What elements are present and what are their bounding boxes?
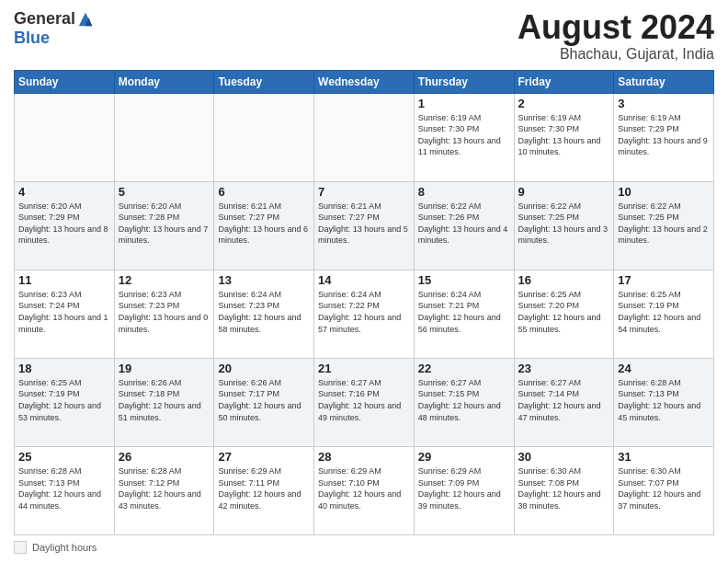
day-info: Sunrise: 6:26 AM Sunset: 7:18 PM Dayligh… (119, 377, 210, 423)
header: General Blue August 2024 Bhachau, Gujara… (14, 9, 714, 63)
table-row: 10Sunrise: 6:22 AM Sunset: 7:25 PM Dayli… (614, 181, 714, 270)
day-info: Sunrise: 6:23 AM Sunset: 7:24 PM Dayligh… (18, 289, 110, 335)
day-number: 12 (119, 273, 210, 287)
table-row: 20Sunrise: 6:26 AM Sunset: 7:17 PM Dayli… (214, 358, 314, 446)
col-monday: Monday (114, 70, 214, 93)
day-number: 16 (518, 273, 610, 287)
table-row: 17Sunrise: 6:25 AM Sunset: 7:19 PM Dayli… (614, 270, 714, 358)
table-row (15, 93, 115, 181)
day-info: Sunrise: 6:30 AM Sunset: 7:07 PM Dayligh… (618, 465, 710, 511)
day-number: 8 (418, 185, 510, 199)
day-info: Sunrise: 6:24 AM Sunset: 7:23 PM Dayligh… (218, 289, 310, 335)
table-row: 12Sunrise: 6:23 AM Sunset: 7:23 PM Dayli… (114, 270, 214, 358)
table-row: 29Sunrise: 6:29 AM Sunset: 7:09 PM Dayli… (414, 446, 514, 534)
daylight-legend-box (14, 541, 27, 554)
day-number: 10 (618, 185, 710, 199)
table-row: 16Sunrise: 6:25 AM Sunset: 7:20 PM Dayli… (514, 270, 614, 358)
table-row: 9Sunrise: 6:22 AM Sunset: 7:25 PM Daylig… (514, 181, 614, 270)
day-info: Sunrise: 6:19 AM Sunset: 7:30 PM Dayligh… (518, 112, 610, 158)
day-info: Sunrise: 6:24 AM Sunset: 7:22 PM Dayligh… (318, 289, 410, 335)
table-row: 23Sunrise: 6:27 AM Sunset: 7:14 PM Dayli… (514, 358, 614, 446)
table-row: 22Sunrise: 6:27 AM Sunset: 7:15 PM Dayli… (414, 358, 514, 446)
day-number: 15 (418, 273, 510, 287)
day-info: Sunrise: 6:28 AM Sunset: 7:13 PM Dayligh… (618, 377, 710, 423)
footer: Daylight hours (14, 541, 714, 554)
day-info: Sunrise: 6:25 AM Sunset: 7:20 PM Dayligh… (518, 289, 610, 335)
day-number: 29 (418, 450, 510, 464)
day-number: 26 (119, 450, 210, 464)
day-number: 7 (318, 185, 410, 199)
day-info: Sunrise: 6:29 AM Sunset: 7:09 PM Dayligh… (418, 465, 510, 511)
col-tuesday: Tuesday (214, 70, 314, 93)
day-number: 19 (119, 362, 210, 375)
calendar-week-row: 11Sunrise: 6:23 AM Sunset: 7:24 PM Dayli… (15, 270, 714, 358)
table-row: 1Sunrise: 6:19 AM Sunset: 7:30 PM Daylig… (414, 93, 514, 181)
table-row: 19Sunrise: 6:26 AM Sunset: 7:18 PM Dayli… (114, 358, 214, 446)
table-row: 6Sunrise: 6:21 AM Sunset: 7:27 PM Daylig… (214, 181, 314, 270)
day-info: Sunrise: 6:25 AM Sunset: 7:19 PM Dayligh… (18, 377, 110, 423)
day-info: Sunrise: 6:29 AM Sunset: 7:11 PM Dayligh… (218, 465, 310, 511)
table-row: 5Sunrise: 6:20 AM Sunset: 7:28 PM Daylig… (114, 181, 214, 270)
col-wednesday: Wednesday (314, 70, 415, 93)
day-info: Sunrise: 6:28 AM Sunset: 7:12 PM Dayligh… (119, 465, 210, 511)
calendar-week-row: 1Sunrise: 6:19 AM Sunset: 7:30 PM Daylig… (15, 93, 714, 181)
day-number: 31 (618, 450, 710, 464)
day-number: 14 (318, 273, 410, 287)
day-number: 24 (618, 362, 710, 375)
day-info: Sunrise: 6:24 AM Sunset: 7:21 PM Dayligh… (418, 289, 510, 335)
day-number: 5 (119, 185, 210, 199)
table-row: 27Sunrise: 6:29 AM Sunset: 7:11 PM Dayli… (214, 446, 314, 534)
day-number: 22 (418, 362, 510, 375)
calendar-table: Sunday Monday Tuesday Wednesday Thursday… (14, 70, 714, 535)
day-number: 28 (318, 450, 410, 464)
table-row: 26Sunrise: 6:28 AM Sunset: 7:12 PM Dayli… (114, 446, 214, 534)
title-section: August 2024 Bhachau, Gujarat, India (518, 9, 714, 63)
logo-icon (77, 11, 94, 28)
table-row (114, 93, 214, 181)
table-row: 30Sunrise: 6:30 AM Sunset: 7:08 PM Dayli… (514, 446, 614, 534)
day-number: 9 (518, 185, 610, 199)
month-year-title: August 2024 (518, 9, 714, 46)
day-info: Sunrise: 6:28 AM Sunset: 7:13 PM Dayligh… (18, 465, 110, 511)
day-number: 2 (518, 97, 610, 110)
day-info: Sunrise: 6:27 AM Sunset: 7:15 PM Dayligh… (418, 377, 510, 423)
table-row: 24Sunrise: 6:28 AM Sunset: 7:13 PM Dayli… (614, 358, 714, 446)
day-info: Sunrise: 6:20 AM Sunset: 7:28 PM Dayligh… (119, 201, 210, 247)
day-number: 11 (18, 273, 110, 287)
day-number: 27 (218, 450, 310, 464)
col-thursday: Thursday (414, 70, 514, 93)
day-info: Sunrise: 6:27 AM Sunset: 7:16 PM Dayligh… (318, 377, 410, 423)
table-row: 3Sunrise: 6:19 AM Sunset: 7:29 PM Daylig… (614, 93, 714, 181)
day-info: Sunrise: 6:22 AM Sunset: 7:25 PM Dayligh… (618, 201, 710, 247)
day-info: Sunrise: 6:19 AM Sunset: 7:30 PM Dayligh… (418, 112, 510, 158)
table-row: 7Sunrise: 6:21 AM Sunset: 7:27 PM Daylig… (314, 181, 415, 270)
calendar-header-row: Sunday Monday Tuesday Wednesday Thursday… (15, 70, 714, 93)
daylight-legend-label: Daylight hours (32, 542, 97, 553)
table-row: 15Sunrise: 6:24 AM Sunset: 7:21 PM Dayli… (414, 270, 514, 358)
day-info: Sunrise: 6:27 AM Sunset: 7:14 PM Dayligh… (518, 377, 610, 423)
day-number: 23 (518, 362, 610, 375)
day-info: Sunrise: 6:22 AM Sunset: 7:25 PM Dayligh… (518, 201, 610, 247)
day-number: 6 (218, 185, 310, 199)
col-saturday: Saturday (614, 70, 714, 93)
table-row: 11Sunrise: 6:23 AM Sunset: 7:24 PM Dayli… (15, 270, 115, 358)
table-row: 2Sunrise: 6:19 AM Sunset: 7:30 PM Daylig… (514, 93, 614, 181)
logo-general-text: General (14, 9, 75, 29)
table-row: 13Sunrise: 6:24 AM Sunset: 7:23 PM Dayli… (214, 270, 314, 358)
calendar-week-row: 18Sunrise: 6:25 AM Sunset: 7:19 PM Dayli… (15, 358, 714, 446)
table-row: 25Sunrise: 6:28 AM Sunset: 7:13 PM Dayli… (15, 446, 115, 534)
table-row (214, 93, 314, 181)
day-number: 18 (18, 362, 110, 375)
table-row: 31Sunrise: 6:30 AM Sunset: 7:07 PM Dayli… (614, 446, 714, 534)
day-info: Sunrise: 6:23 AM Sunset: 7:23 PM Dayligh… (119, 289, 210, 335)
day-info: Sunrise: 6:19 AM Sunset: 7:29 PM Dayligh… (618, 112, 710, 158)
table-row (314, 93, 415, 181)
day-number: 30 (518, 450, 610, 464)
day-number: 4 (18, 185, 110, 199)
day-number: 3 (618, 97, 710, 110)
day-number: 25 (18, 450, 110, 464)
day-info: Sunrise: 6:26 AM Sunset: 7:17 PM Dayligh… (218, 377, 310, 423)
day-info: Sunrise: 6:30 AM Sunset: 7:08 PM Dayligh… (518, 465, 610, 511)
location-subtitle: Bhachau, Gujarat, India (518, 46, 714, 63)
calendar-week-row: 25Sunrise: 6:28 AM Sunset: 7:13 PM Dayli… (15, 446, 714, 534)
